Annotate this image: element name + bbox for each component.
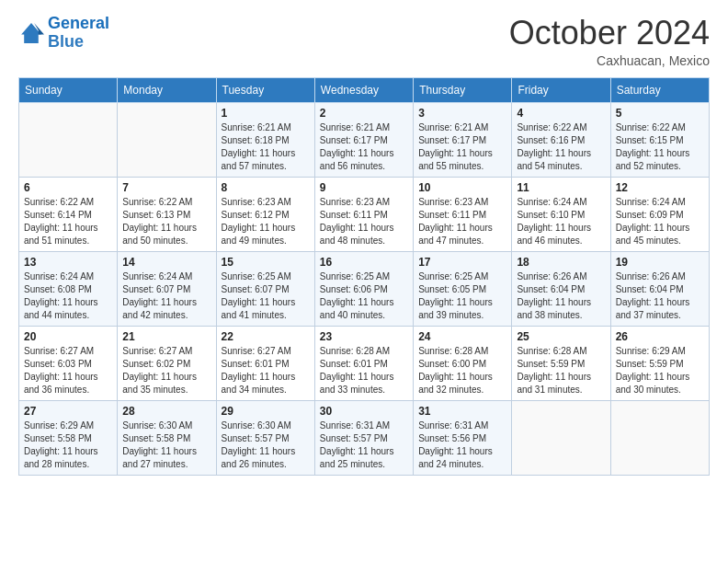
calendar-cell: 21Sunrise: 6:27 AM Sunset: 6:02 PM Dayli… (118, 326, 216, 400)
day-info: Sunrise: 6:25 AM Sunset: 6:07 PM Dayligh… (222, 270, 310, 322)
day-info: Sunrise: 6:27 AM Sunset: 6:01 PM Dayligh… (222, 345, 310, 396)
day-number: 16 (320, 256, 408, 269)
day-number: 7 (122, 181, 210, 194)
logo-text: General Blue (48, 15, 109, 52)
page: General Blue October 2024 Caxhuacan, Mex… (0, 0, 728, 563)
header-tuesday: Tuesday (216, 77, 314, 102)
day-info: Sunrise: 6:21 AM Sunset: 6:17 PM Dayligh… (320, 121, 408, 173)
day-info: Sunrise: 6:24 AM Sunset: 6:07 PM Dayligh… (122, 270, 210, 322)
day-number: 31 (418, 405, 506, 418)
day-number: 29 (222, 405, 310, 418)
day-info: Sunrise: 6:27 AM Sunset: 6:02 PM Dayligh… (122, 345, 210, 396)
calendar-cell: 12Sunrise: 6:24 AM Sunset: 6:09 PM Dayli… (610, 177, 709, 251)
day-info: Sunrise: 6:29 AM Sunset: 5:58 PM Dayligh… (24, 419, 112, 471)
calendar-cell (19, 102, 118, 177)
day-info: Sunrise: 6:24 AM Sunset: 6:09 PM Dayligh… (616, 196, 704, 247)
day-info: Sunrise: 6:22 AM Sunset: 6:16 PM Dayligh… (517, 121, 605, 173)
day-info: Sunrise: 6:25 AM Sunset: 6:06 PM Dayligh… (320, 270, 408, 322)
day-number: 22 (222, 330, 310, 343)
calendar-cell: 27Sunrise: 6:29 AM Sunset: 5:58 PM Dayli… (19, 400, 118, 475)
calendar-cell: 7Sunrise: 6:22 AM Sunset: 6:13 PM Daylig… (118, 177, 216, 251)
day-info: Sunrise: 6:30 AM Sunset: 5:57 PM Dayligh… (222, 419, 310, 471)
day-info: Sunrise: 6:23 AM Sunset: 6:11 PM Dayligh… (418, 196, 506, 247)
day-number: 20 (24, 330, 112, 343)
day-number: 9 (320, 181, 408, 194)
calendar-cell: 14Sunrise: 6:24 AM Sunset: 6:07 PM Dayli… (118, 251, 216, 326)
calendar-cell: 15Sunrise: 6:25 AM Sunset: 6:07 PM Dayli… (216, 251, 314, 326)
day-info: Sunrise: 6:28 AM Sunset: 6:00 PM Dayligh… (418, 345, 506, 396)
header-saturday: Saturday (610, 77, 709, 102)
calendar-table: Sunday Monday Tuesday Wednesday Thursday… (18, 77, 710, 476)
day-number: 11 (517, 181, 605, 194)
calendar-cell: 29Sunrise: 6:30 AM Sunset: 5:57 PM Dayli… (216, 400, 314, 475)
calendar-cell: 11Sunrise: 6:24 AM Sunset: 6:10 PM Dayli… (512, 177, 610, 251)
day-number: 10 (418, 181, 506, 194)
day-number: 27 (24, 405, 112, 418)
day-info: Sunrise: 6:23 AM Sunset: 6:12 PM Dayligh… (222, 196, 310, 247)
logo: General Blue (18, 15, 109, 52)
days-header-row: Sunday Monday Tuesday Wednesday Thursday… (19, 77, 710, 102)
day-number: 18 (517, 256, 605, 269)
day-info: Sunrise: 6:24 AM Sunset: 6:08 PM Dayligh… (24, 270, 112, 322)
calendar-cell: 17Sunrise: 6:25 AM Sunset: 6:05 PM Dayli… (414, 251, 512, 326)
day-info: Sunrise: 6:31 AM Sunset: 5:56 PM Dayligh… (418, 419, 506, 471)
day-info: Sunrise: 6:30 AM Sunset: 5:58 PM Dayligh… (122, 419, 210, 471)
calendar-cell: 6Sunrise: 6:22 AM Sunset: 6:14 PM Daylig… (19, 177, 118, 251)
day-number: 3 (418, 107, 506, 120)
day-info: Sunrise: 6:28 AM Sunset: 5:59 PM Dayligh… (517, 345, 605, 396)
calendar-cell: 8Sunrise: 6:23 AM Sunset: 6:12 PM Daylig… (216, 177, 314, 251)
calendar-cell: 26Sunrise: 6:29 AM Sunset: 5:59 PM Dayli… (610, 326, 709, 400)
day-info: Sunrise: 6:29 AM Sunset: 5:59 PM Dayligh… (616, 345, 704, 396)
calendar-cell (610, 400, 709, 475)
logo-blue: Blue (48, 32, 84, 51)
day-info: Sunrise: 6:21 AM Sunset: 6:18 PM Dayligh… (222, 121, 310, 173)
calendar-body: 1Sunrise: 6:21 AM Sunset: 6:18 PM Daylig… (19, 102, 710, 475)
day-info: Sunrise: 6:26 AM Sunset: 6:04 PM Dayligh… (616, 270, 704, 322)
week-row-3: 20Sunrise: 6:27 AM Sunset: 6:03 PM Dayli… (19, 326, 710, 400)
calendar-cell (512, 400, 610, 475)
header-monday: Monday (118, 77, 216, 102)
day-number: 2 (320, 107, 408, 120)
calendar-cell: 1Sunrise: 6:21 AM Sunset: 6:18 PM Daylig… (216, 102, 314, 177)
month-title: October 2024 (509, 15, 710, 52)
day-number: 12 (616, 181, 704, 194)
day-info: Sunrise: 6:22 AM Sunset: 6:15 PM Dayligh… (616, 121, 704, 173)
calendar-cell: 30Sunrise: 6:31 AM Sunset: 5:57 PM Dayli… (314, 400, 413, 475)
calendar-cell: 18Sunrise: 6:26 AM Sunset: 6:04 PM Dayli… (512, 251, 610, 326)
header-wednesday: Wednesday (314, 77, 413, 102)
day-info: Sunrise: 6:24 AM Sunset: 6:10 PM Dayligh… (517, 196, 605, 247)
day-info: Sunrise: 6:27 AM Sunset: 6:03 PM Dayligh… (24, 345, 112, 396)
day-number: 30 (320, 405, 408, 418)
day-number: 14 (122, 256, 210, 269)
header-sunday: Sunday (19, 77, 118, 102)
day-number: 17 (418, 256, 506, 269)
calendar-cell: 31Sunrise: 6:31 AM Sunset: 5:56 PM Dayli… (414, 400, 512, 475)
day-info: Sunrise: 6:22 AM Sunset: 6:13 PM Dayligh… (122, 196, 210, 247)
day-number: 13 (24, 256, 112, 269)
day-number: 4 (517, 107, 605, 120)
calendar-cell: 16Sunrise: 6:25 AM Sunset: 6:06 PM Dayli… (314, 251, 413, 326)
calendar-cell: 10Sunrise: 6:23 AM Sunset: 6:11 PM Dayli… (414, 177, 512, 251)
calendar-cell: 19Sunrise: 6:26 AM Sunset: 6:04 PM Dayli… (610, 251, 709, 326)
header-thursday: Thursday (414, 77, 512, 102)
day-info: Sunrise: 6:31 AM Sunset: 5:57 PM Dayligh… (320, 419, 408, 471)
calendar-cell: 28Sunrise: 6:30 AM Sunset: 5:58 PM Dayli… (118, 400, 216, 475)
logo-general: General (48, 14, 109, 32)
day-number: 1 (222, 107, 310, 120)
week-row-2: 13Sunrise: 6:24 AM Sunset: 6:08 PM Dayli… (19, 251, 710, 326)
day-number: 6 (24, 181, 112, 194)
day-number: 28 (122, 405, 210, 418)
day-number: 5 (616, 107, 704, 120)
calendar-cell: 23Sunrise: 6:28 AM Sunset: 6:01 PM Dayli… (314, 326, 413, 400)
header: General Blue October 2024 Caxhuacan, Mex… (18, 15, 710, 68)
header-friday: Friday (512, 77, 610, 102)
calendar-cell: 24Sunrise: 6:28 AM Sunset: 6:00 PM Dayli… (414, 326, 512, 400)
calendar-cell: 9Sunrise: 6:23 AM Sunset: 6:11 PM Daylig… (314, 177, 413, 251)
logo-icon (18, 20, 44, 46)
day-info: Sunrise: 6:28 AM Sunset: 6:01 PM Dayligh… (320, 345, 408, 396)
day-info: Sunrise: 6:25 AM Sunset: 6:05 PM Dayligh… (418, 270, 506, 322)
calendar-cell: 4Sunrise: 6:22 AM Sunset: 6:16 PM Daylig… (512, 102, 610, 177)
day-number: 23 (320, 330, 408, 343)
week-row-0: 1Sunrise: 6:21 AM Sunset: 6:18 PM Daylig… (19, 102, 710, 177)
day-info: Sunrise: 6:23 AM Sunset: 6:11 PM Dayligh… (320, 196, 408, 247)
